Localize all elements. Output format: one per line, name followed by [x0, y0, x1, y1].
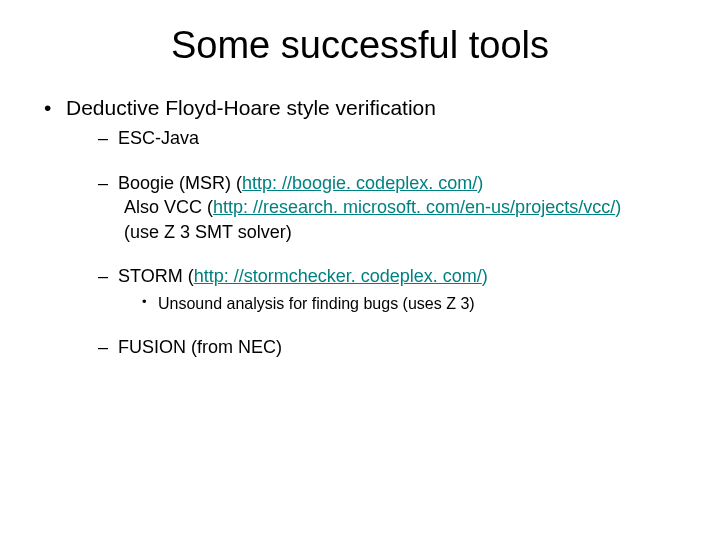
vcc-link[interactable]: http: //research. microsoft. com/en-us/p… [213, 197, 615, 217]
item-fusion: FUSION (from NEC) [98, 336, 700, 359]
item-boogie: Boogie (MSR) (http: //boogie. codeplex. … [98, 172, 700, 244]
item-esc-java: ESC-Java [98, 127, 700, 150]
boogie-link[interactable]: http: //boogie. codeplex. com/ [242, 173, 477, 193]
item-esc-java-text: ESC-Java [118, 128, 199, 148]
item-storm: STORM (http: //stormchecker. codeplex. c… [98, 265, 700, 314]
slide-body: Deductive Floyd-Hoare style verification… [0, 75, 720, 358]
storm-sub: Unsound analysis for finding bugs (uses … [142, 294, 700, 314]
slide: Some successful tools Deductive Floyd-Ho… [0, 0, 720, 540]
vcc-suffix: ) [615, 197, 621, 217]
storm-sub-text: Unsound analysis for finding bugs (uses … [158, 295, 475, 312]
boogie-line-z3: (use Z 3 SMT solver) [118, 221, 700, 244]
slide-title: Some successful tools [0, 0, 720, 75]
bullet-deductive: Deductive Floyd-Hoare style verification… [44, 95, 700, 358]
storm-suffix: ) [482, 266, 488, 286]
storm-link[interactable]: http: //stormchecker. codeplex. com/ [194, 266, 482, 286]
boogie-suffix: ) [477, 173, 483, 193]
storm-prefix: STORM ( [118, 266, 194, 286]
boogie-prefix: Boogie (MSR) ( [118, 173, 242, 193]
boogie-line-vcc: Also VCC (http: //research. microsoft. c… [118, 196, 700, 219]
bullet-deductive-text: Deductive Floyd-Hoare style verification [66, 96, 436, 119]
item-fusion-text: FUSION (from NEC) [118, 337, 282, 357]
vcc-prefix: Also VCC ( [124, 197, 213, 217]
